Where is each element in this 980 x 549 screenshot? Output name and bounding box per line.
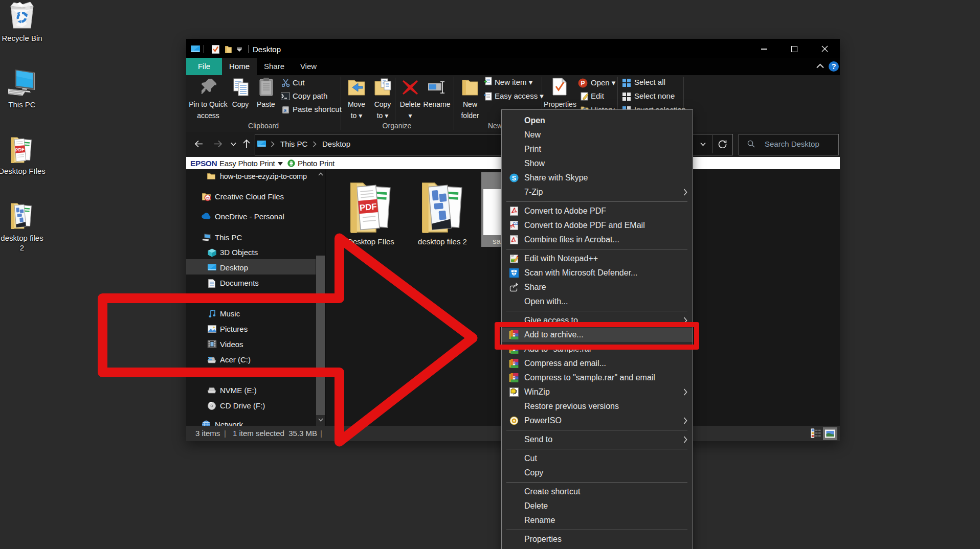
svg-text:@: @ <box>206 196 210 200</box>
svg-text:S: S <box>512 175 516 182</box>
svg-text:PDF: PDF <box>15 147 25 153</box>
svg-text:PDF: PDF <box>359 201 377 213</box>
svg-text:P: P <box>581 80 585 87</box>
